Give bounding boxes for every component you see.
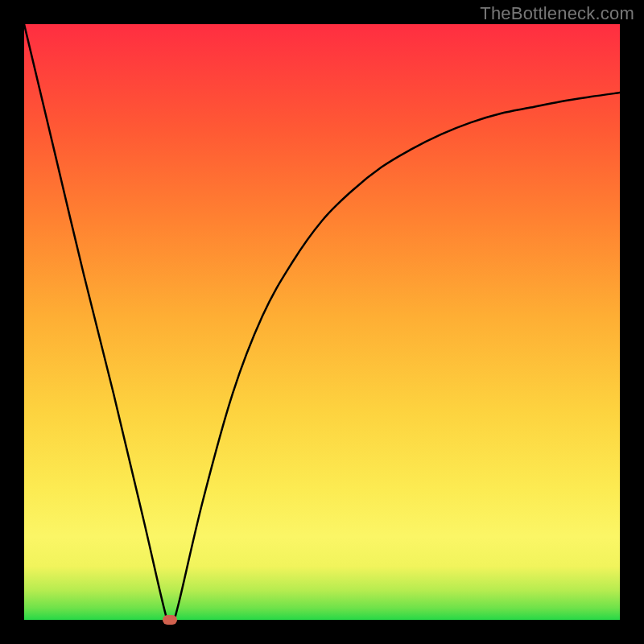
watermark-text: TheBottleneck.com <box>480 3 634 24</box>
plot-area <box>24 24 620 620</box>
curve-path <box>24 24 620 620</box>
optimal-marker <box>163 615 177 625</box>
chart-frame: TheBottleneck.com <box>0 0 644 644</box>
bottleneck-curve <box>24 24 620 620</box>
